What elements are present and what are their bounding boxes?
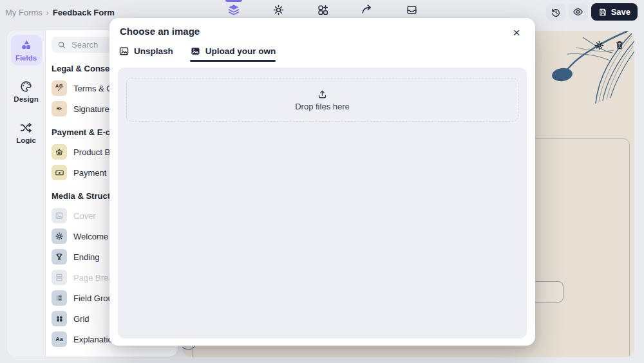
gear-icon xyxy=(272,4,285,16)
nav-tab-integrations[interactable] xyxy=(311,0,334,19)
modal-tabs: Unsplash Upload your own xyxy=(118,44,525,57)
image-outline-icon xyxy=(118,46,129,57)
banknote-icon xyxy=(52,165,67,180)
rail-item-design[interactable]: Design xyxy=(11,76,42,107)
nav-tab-share[interactable] xyxy=(355,0,379,19)
trophy-icon xyxy=(52,249,67,265)
rail-item-label: Logic xyxy=(16,136,36,144)
dropzone-text: Drop files here xyxy=(295,102,350,111)
history-button[interactable] xyxy=(546,3,565,21)
page-break-icon xyxy=(52,270,67,285)
save-button[interactable]: Save xyxy=(591,3,638,21)
file-dropzone[interactable]: Drop files here xyxy=(126,78,518,122)
field-item-label: Ending xyxy=(73,252,99,262)
block-settings-button[interactable] xyxy=(592,39,605,51)
inbox-icon xyxy=(406,4,418,16)
field-item-label: Payment xyxy=(73,168,106,178)
close-icon: × xyxy=(513,26,520,40)
share-arrow-icon xyxy=(361,3,374,16)
breadcrumb: My Forms › Feedback Form xyxy=(5,8,115,17)
terms-check-icon: AB✓ xyxy=(52,80,67,96)
history-icon xyxy=(551,7,561,17)
top-nav xyxy=(222,0,423,19)
rail-item-label: Design xyxy=(14,95,38,103)
palette-icon xyxy=(19,80,33,93)
upload-panel: Drop files here xyxy=(118,68,527,339)
tab-label: Unsplash xyxy=(134,46,173,56)
grid-plus-icon xyxy=(317,4,329,16)
rail-item-label: Fields xyxy=(15,54,37,62)
top-actions: Save xyxy=(546,3,638,21)
block-delete-button[interactable] xyxy=(613,39,626,51)
search-icon xyxy=(57,41,66,50)
gear-icon xyxy=(52,228,67,244)
eye-icon xyxy=(573,6,583,17)
tab-label: Upload your own xyxy=(205,46,276,56)
gear-icon xyxy=(594,40,605,51)
choose-image-modal: Choose an image × Unsplash Upload your o… xyxy=(109,18,535,346)
image-filled-icon xyxy=(190,46,201,57)
shapes-icon xyxy=(19,39,33,52)
preview-button[interactable] xyxy=(569,3,588,21)
layers-icon xyxy=(227,3,240,16)
shuffle-icon xyxy=(19,121,33,135)
field-item-label: Cover xyxy=(73,211,96,221)
field-item-label: Grid xyxy=(73,314,90,324)
trash-icon xyxy=(614,40,625,50)
basket-icon xyxy=(52,144,67,160)
Aa-icon: Aa xyxy=(52,331,67,347)
breadcrumb-separator: › xyxy=(46,8,49,17)
rail-item-logic[interactable]: Logic xyxy=(11,117,42,148)
mode-rail: Fields Design Logic xyxy=(7,30,46,357)
nav-tab-settings[interactable] xyxy=(267,0,290,19)
field-item-label: Signature xyxy=(73,104,109,114)
tab-unsplash[interactable]: Unsplash xyxy=(118,44,173,57)
upload-icon xyxy=(317,89,328,100)
list-icon xyxy=(52,290,67,306)
nav-tab-submissions[interactable] xyxy=(400,0,423,19)
image-icon xyxy=(52,208,67,223)
floppy-icon xyxy=(598,8,607,17)
breadcrumb-parent-link[interactable]: My Forms xyxy=(5,8,43,17)
close-button[interactable]: × xyxy=(508,24,525,41)
grid-icon xyxy=(52,311,67,326)
save-button-label: Save xyxy=(611,7,630,17)
modal-title: Choose an image xyxy=(120,26,525,37)
rail-item-fields[interactable]: Fields xyxy=(11,35,42,66)
tab-upload-your-own[interactable]: Upload your own xyxy=(190,44,276,57)
breadcrumb-current: Feedback Form xyxy=(53,8,115,17)
nav-tab-editor[interactable] xyxy=(222,0,245,19)
pen-nib-icon: ✒ xyxy=(52,101,67,116)
